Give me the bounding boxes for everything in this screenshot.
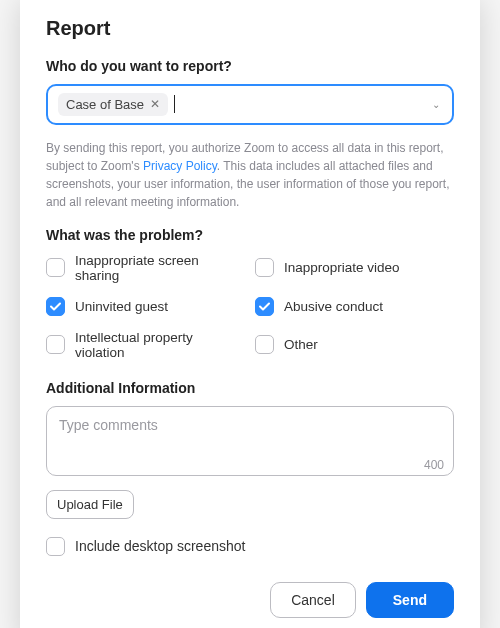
remove-chip-icon[interactable]: ✕ <box>150 98 160 110</box>
problem-option-label: Uninvited guest <box>75 299 168 314</box>
dialog-footer: Cancel Send <box>46 574 454 618</box>
privacy-policy-link[interactable]: Privacy Policy <box>143 159 217 173</box>
checkbox[interactable] <box>255 335 274 354</box>
problem-option-label: Other <box>284 337 318 352</box>
cancel-button[interactable]: Cancel <box>270 582 356 618</box>
problem-option[interactable]: Inappropriate screen sharing <box>46 253 245 283</box>
checkbox[interactable] <box>46 335 65 354</box>
comments-input[interactable] <box>46 406 454 476</box>
upload-file-button[interactable]: Upload File <box>46 490 134 519</box>
dialog-title: Report <box>46 17 454 40</box>
report-target-select[interactable]: Case of Base ✕ ⌄ <box>46 84 454 125</box>
checkbox[interactable] <box>46 258 65 277</box>
include-screenshot-label: Include desktop screenshot <box>75 538 245 554</box>
problem-option[interactable]: Uninvited guest <box>46 297 245 316</box>
problem-option-label: Abusive conduct <box>284 299 383 314</box>
additional-info-label: Additional Information <box>46 380 454 396</box>
problem-checkbox-grid: Inappropriate screen sharing Inappropria… <box>46 253 454 360</box>
problem-option-label: Inappropriate video <box>284 260 400 275</box>
problem-option[interactable]: Other <box>255 330 454 360</box>
send-button[interactable]: Send <box>366 582 454 618</box>
problem-label: What was the problem? <box>46 227 454 243</box>
checkbox[interactable] <box>255 297 274 316</box>
comments-wrap: 400 <box>46 406 454 480</box>
report-dialog: Report Who do you want to report? Case o… <box>20 0 480 628</box>
checkbox[interactable] <box>46 537 65 556</box>
problem-option[interactable]: Abusive conduct <box>255 297 454 316</box>
problem-option-label: Intellectual property violation <box>75 330 245 360</box>
problem-option[interactable]: Intellectual property violation <box>46 330 245 360</box>
selected-user-chip[interactable]: Case of Base ✕ <box>58 93 168 116</box>
char-count: 400 <box>424 458 444 472</box>
checkbox[interactable] <box>46 297 65 316</box>
who-label: Who do you want to report? <box>46 58 454 74</box>
chip-label: Case of Base <box>66 97 144 112</box>
text-cursor <box>174 95 175 113</box>
chevron-down-icon[interactable]: ⌄ <box>432 99 440 110</box>
problem-option-label: Inappropriate screen sharing <box>75 253 245 283</box>
checkbox[interactable] <box>255 258 274 277</box>
include-screenshot-option[interactable]: Include desktop screenshot <box>46 537 454 556</box>
disclaimer-text: By sending this report, you authorize Zo… <box>46 139 454 211</box>
problem-option[interactable]: Inappropriate video <box>255 253 454 283</box>
